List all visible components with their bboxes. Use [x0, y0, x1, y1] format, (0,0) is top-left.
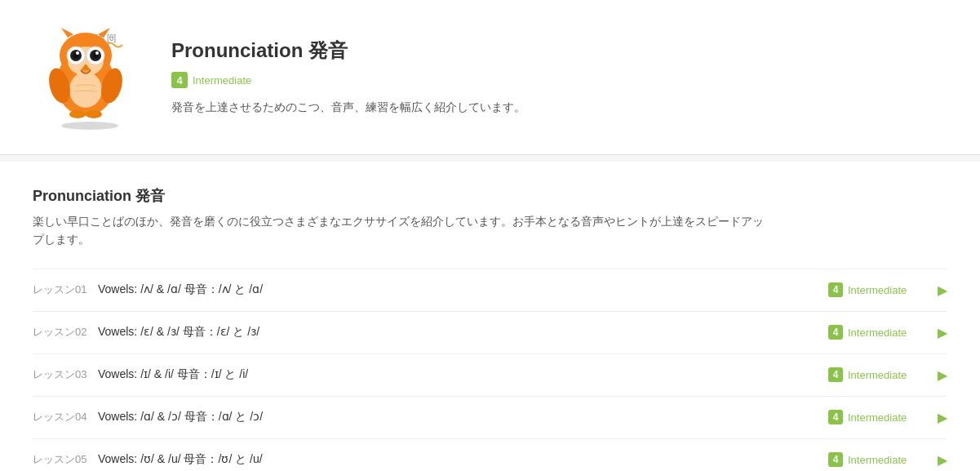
lesson-meta: 4 Intermediate ▶ [828, 452, 947, 468]
svg-point-10 [76, 51, 79, 55]
lesson-number: レッスン01 [33, 282, 98, 297]
lesson-number: レッスン04 [33, 410, 98, 424]
lesson-meta: 4 Intermediate ▶ [828, 410, 947, 425]
lesson-level-text: Intermediate [848, 284, 929, 296]
lesson-item[interactable]: レッスン04 Vowels: /ɑ/ & /ɔ/ 母音：/ɑ/ と /ɔ/ 4 … [33, 397, 947, 439]
lesson-meta: 4 Intermediate ▶ [828, 367, 947, 383]
lesson-level-text: Intermediate [848, 369, 929, 381]
lesson-title: Vowels: /ɪ/ & /i/ 母音：/ɪ/ と /i/ [98, 367, 828, 382]
owl-shadow [61, 122, 118, 130]
hero-level-badge: 4 Intermediate [171, 72, 251, 88]
lesson-arrow-icon: ▶ [938, 282, 947, 298]
content-section: Pronunciation 発音 楽しい早口ことばのほか、発音を磨くのに役立つさ… [0, 162, 980, 471]
lesson-level-text: Intermediate [848, 411, 929, 424]
lesson-list: レッスン01 Vowels: /ʌ/ & /ɑ/ 母音：/ʌ/ と /ɑ/ 4 … [33, 269, 947, 471]
hero-section: [ð] [θ] [æ] [0, 0, 980, 155]
lesson-level-num: 4 [828, 410, 843, 424]
svg-point-20 [86, 110, 102, 118]
section-description: 楽しい早口ことばのほか、発音を磨くのに役立つさまざまなエクササイズを紹介していま… [33, 212, 767, 249]
lesson-arrow-icon: ▶ [938, 325, 947, 340]
owl-illustration: [ð] [θ] [æ] [45, 24, 135, 118]
lesson-number: レッスン02 [33, 325, 98, 340]
lesson-meta: 4 Intermediate ▶ [828, 282, 947, 298]
lesson-item[interactable]: レッスン02 Vowels: /ɛ/ & /ɜ/ 母音：/ɛ/ と /ɜ/ 4 … [33, 312, 947, 354]
hero-info: Pronunciation 発音 4 Intermediate 発音を上達させる… [171, 38, 947, 116]
svg-point-19 [69, 110, 86, 118]
hero-title: Pronunciation 発音 [171, 38, 947, 64]
svg-point-14 [95, 51, 99, 55]
svg-point-16 [69, 72, 102, 108]
lesson-title: Vowels: /ɛ/ & /ɜ/ 母音：/ɛ/ と /ɜ/ [98, 325, 828, 340]
lesson-arrow-icon: ▶ [938, 452, 947, 468]
lesson-number: レッスン03 [33, 367, 98, 382]
lesson-item[interactable]: レッスン01 Vowels: /ʌ/ & /ɑ/ 母音：/ʌ/ と /ɑ/ 4 … [33, 269, 947, 312]
lesson-level-num: 4 [828, 452, 843, 467]
lesson-title: Vowels: /ʌ/ & /ɑ/ 母音：/ʌ/ と /ɑ/ [98, 282, 828, 297]
svg-marker-4 [61, 28, 73, 38]
hero-level-num: 4 [171, 72, 188, 88]
lesson-title: Vowels: /ʊ/ & /u/ 母音：/ʊ/ と /u/ [98, 452, 828, 467]
lesson-level-num: 4 [828, 282, 843, 297]
lesson-title: Vowels: /ɑ/ & /ɔ/ 母音：/ɑ/ と /ɔ/ [98, 410, 828, 424]
lesson-item[interactable]: レッスン03 Vowels: /ɪ/ & /i/ 母音：/ɪ/ と /i/ 4 … [33, 354, 947, 397]
lesson-level-text: Intermediate [848, 454, 929, 466]
hero-description: 発音を上達させるためのこつ、音声、練習を幅広く紹介しています。 [171, 98, 947, 116]
lesson-number: レッスン05 [33, 452, 98, 467]
lesson-arrow-icon: ▶ [938, 410, 947, 425]
section-title: Pronunciation 発音 [33, 186, 947, 206]
lesson-item[interactable]: レッスン05 Vowels: /ʊ/ & /u/ 母音：/ʊ/ と /u/ 4 … [33, 439, 947, 471]
hero-mascot: [ð] [θ] [æ] [33, 24, 147, 130]
hero-level-text: Intermediate [193, 74, 251, 87]
lesson-arrow-icon: ▶ [938, 367, 947, 383]
lesson-level-num: 4 [828, 325, 843, 340]
lesson-level-num: 4 [828, 367, 843, 382]
lesson-level-text: Intermediate [848, 327, 929, 339]
lesson-meta: 4 Intermediate ▶ [828, 325, 947, 340]
